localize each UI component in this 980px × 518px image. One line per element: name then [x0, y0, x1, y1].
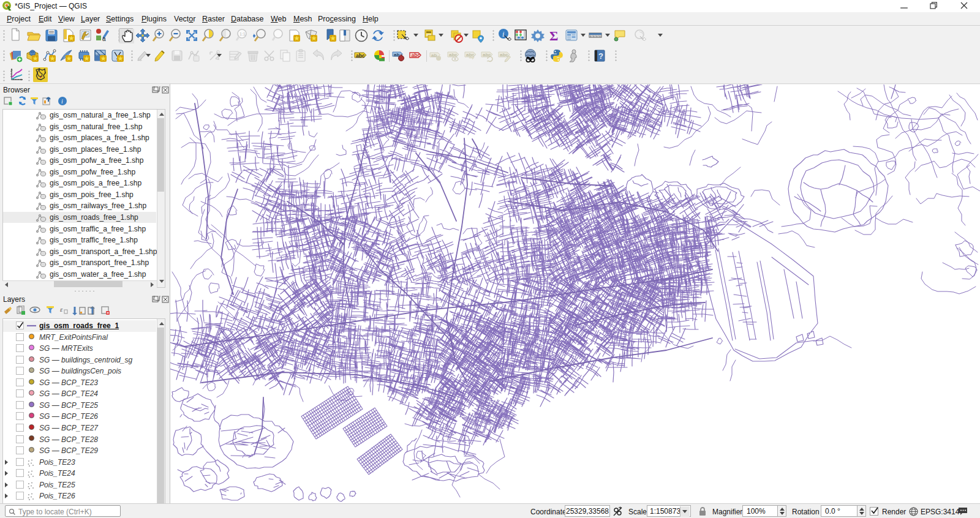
svg-text:ab: ab — [431, 53, 437, 58]
svg-text:?: ? — [598, 51, 603, 61]
svg-text:abc: abc — [412, 52, 421, 58]
svg-text:i: i — [502, 30, 504, 39]
svg-text:abc: abc — [356, 53, 365, 59]
svg-text:a: a — [102, 36, 106, 42]
svg-text:1:1: 1:1 — [239, 32, 246, 36]
svg-text:abc: abc — [500, 52, 508, 58]
svg-text:Σ: Σ — [549, 28, 558, 43]
svg-text:ε: ε — [60, 306, 63, 313]
svg-text:abc: abc — [449, 52, 458, 58]
svg-text:i: i — [61, 98, 63, 105]
